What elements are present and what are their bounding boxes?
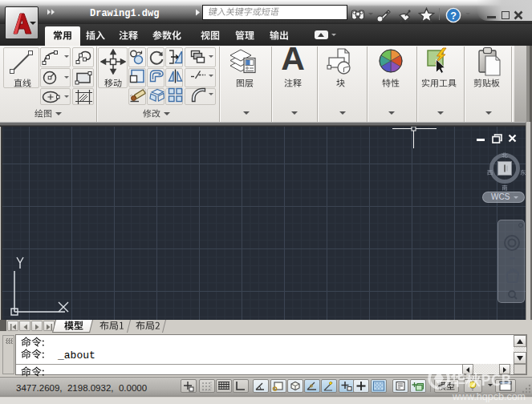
svg-text:www.hqpcb.com: www.hqpcb.com [452,391,526,402]
svg-text:?: ? [450,10,457,22]
